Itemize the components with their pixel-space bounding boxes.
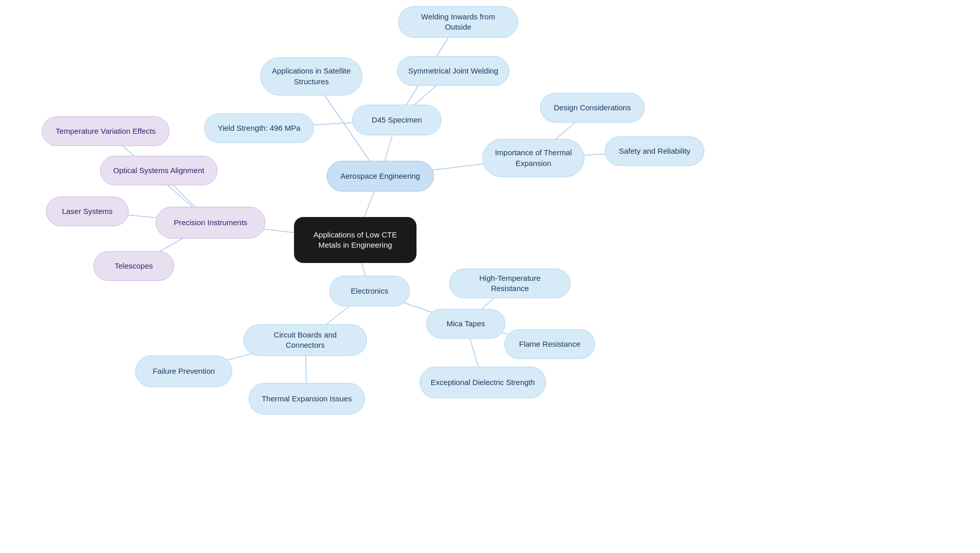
- telescopes-node[interactable]: Telescopes: [93, 251, 174, 281]
- temperature-variation-node[interactable]: Temperature Variation Effects: [42, 116, 169, 146]
- thermal-expansion-issues-node[interactable]: Thermal Expansion Issues: [249, 383, 365, 415]
- dielectric-strength-node[interactable]: Exceptional Dielectric Strength: [420, 367, 546, 398]
- laser-systems-node[interactable]: Laser Systems: [46, 197, 129, 226]
- aerospace-node[interactable]: Aerospace Engineering: [327, 161, 434, 191]
- d45-node[interactable]: D45 Specimen: [352, 105, 442, 135]
- thermal-importance-node[interactable]: Importance of Thermal Expansion: [482, 139, 584, 177]
- safety-reliability-node[interactable]: Safety and Reliability: [605, 136, 704, 166]
- precision-instruments-node[interactable]: Precision Instruments: [156, 207, 265, 238]
- failure-prevention-node[interactable]: Failure Prevention: [135, 355, 232, 387]
- center-node[interactable]: Applications of Low CTE Metals in Engine…: [294, 217, 416, 263]
- circuit-boards-node[interactable]: Circuit Boards and Connectors: [243, 324, 367, 356]
- flame-resistance-node[interactable]: Flame Resistance: [504, 329, 595, 359]
- electronics-node[interactable]: Electronics: [329, 276, 410, 306]
- yield-strength-node[interactable]: Yield Strength: 496 MPa: [204, 113, 314, 143]
- mica-tapes-node[interactable]: Mica Tapes: [426, 309, 505, 339]
- optical-systems-node[interactable]: Optical Systems Alignment: [100, 156, 217, 185]
- welding-inwards-node[interactable]: Welding Inwards from Outside: [398, 6, 518, 38]
- design-considerations-node[interactable]: Design Considerations: [540, 93, 645, 123]
- symmetrical-joint-node[interactable]: Symmetrical Joint Welding: [397, 56, 509, 86]
- high-temp-resistance-node[interactable]: High-Temperature Resistance: [449, 269, 571, 298]
- satellite-structures-node[interactable]: Applications in Satellite Structures: [260, 57, 362, 95]
